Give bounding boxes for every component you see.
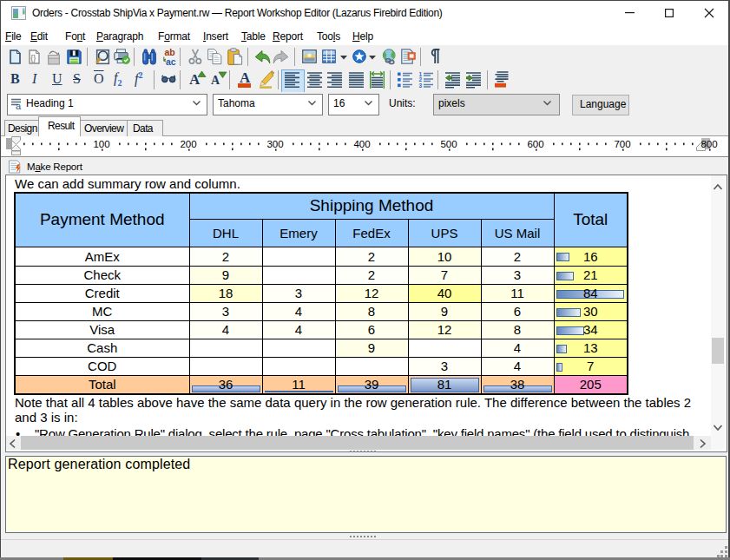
svg-text:{}: {}: [30, 54, 36, 63]
svg-text:500: 500: [440, 139, 457, 149]
svg-text:700: 700: [614, 139, 630, 149]
svg-text:a: a: [16, 101, 22, 111]
svg-text:3: 3: [419, 82, 423, 89]
svg-text:ac: ac: [166, 56, 176, 67]
svg-text:300: 300: [266, 139, 283, 149]
svg-text:400: 400: [353, 139, 370, 149]
svg-text:100: 100: [93, 139, 109, 149]
svg-text:200: 200: [180, 139, 196, 149]
svg-text:800: 800: [700, 139, 717, 149]
svg-text:600: 600: [527, 139, 543, 149]
